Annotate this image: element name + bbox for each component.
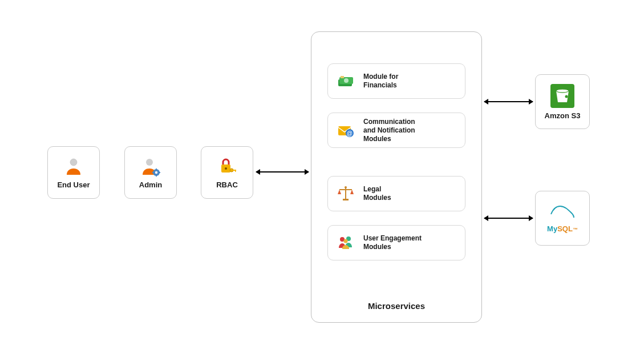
rbac-node: RBAC [201,146,253,199]
svg-point-2 [146,159,153,166]
module-communication-label: Communicationand NotificationModules [363,118,415,143]
module-financials-label: Module forFinancials [363,73,398,90]
module-engagement: User EngagementModules [327,225,465,260]
mysql-label: MySQL™ [547,224,578,233]
amazon-s3-label: Amzon S3 [545,111,581,120]
svg-point-32 [554,208,555,209]
svg-rect-17 [341,76,344,78]
arrow-microservices-s3 [484,101,533,102]
svg-point-16 [344,78,349,83]
amazon-s3-node: Amzon S3 [535,74,590,129]
person-gear-icon [140,157,161,177]
arrow-microservices-mysql [484,218,533,219]
bucket-icon [550,84,574,108]
svg-text:@: @ [347,130,353,137]
admin-node: Admin [124,146,177,199]
svg-point-10 [225,167,227,170]
scales-icon [336,184,355,203]
end-user-node: End User [47,146,100,199]
module-legal: LegalModules [327,176,465,211]
money-stack-icon [336,71,355,91]
mysql-node: MySQL™ [535,191,590,246]
module-engagement-label: User EngagementModules [363,234,422,251]
svg-point-27 [344,239,348,243]
microservices-container: Module forFinancials @ Communicationand … [311,31,482,323]
lock-key-icon [217,157,237,177]
mysql-logo-icon [549,204,576,221]
microservices-title: Microservices [311,301,481,311]
svg-point-4 [155,171,157,173]
rbac-label: RBAC [216,180,238,189]
end-user-label: End User [57,180,90,189]
mail-at-icon: @ [336,121,355,140]
person-icon [63,157,84,177]
admin-label: Admin [139,180,162,189]
svg-rect-13 [235,170,236,172]
module-financials: Module forFinancials [327,63,465,99]
svg-point-31 [565,95,568,98]
arrow-rbac-microservices [256,171,309,173]
svg-rect-23 [343,199,349,200]
svg-point-24 [345,186,347,188]
module-legal-label: LegalModules [363,185,391,202]
module-communication: @ Communicationand NotificationModules [327,113,465,148]
people-group-icon [336,233,355,252]
